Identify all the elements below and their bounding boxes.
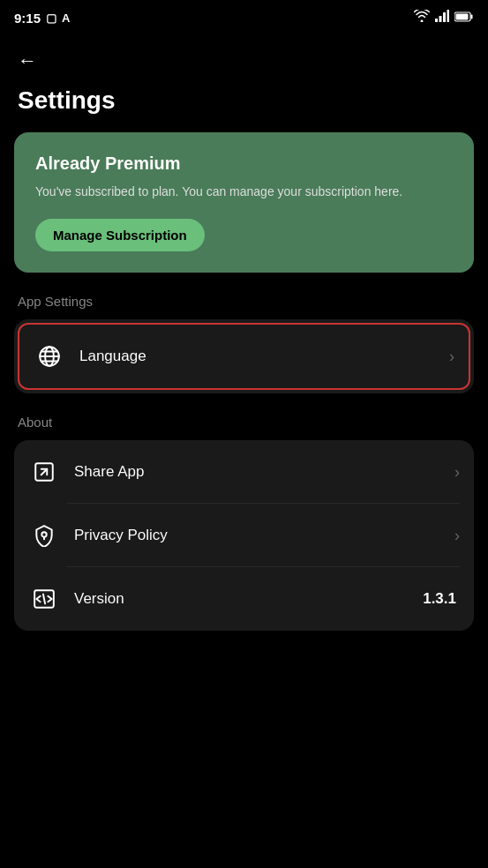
keyboard-icon: A [62,11,70,25]
back-button[interactable]: ← [0,35,488,79]
privacy-policy-item[interactable]: Privacy Policy › [14,504,474,567]
status-bar: 9:15 ▢ A [0,0,488,35]
time-display: 9:15 [14,11,41,26]
version-label: Version [74,590,423,608]
code-icon [28,583,60,615]
about-label: About [0,415,488,440]
language-label: Language [79,348,449,365]
app-settings-group: Language › [14,319,474,393]
svg-rect-0 [435,19,438,22]
globe-icon [34,340,65,372]
share-app-item[interactable]: Share App › [14,440,474,504]
status-time: 9:15 ▢ A [14,11,70,26]
back-arrow-icon: ← [18,49,37,71]
privacy-policy-chevron-icon: › [454,527,460,545]
share-app-label: Share App [74,463,454,481]
svg-rect-3 [447,10,450,22]
svg-line-17 [43,595,45,604]
premium-description: You've subscribed to plan. You can manag… [35,183,453,201]
language-chevron-icon: › [449,348,454,366]
privacy-policy-label: Privacy Policy [74,527,454,544]
svg-rect-6 [456,14,469,20]
about-group: Share App › Privacy Policy › Version 1.3… [14,440,474,631]
manage-subscription-button[interactable]: Manage Subscription [35,219,205,251]
share-icon [28,456,60,488]
battery-icon [454,10,474,26]
svg-rect-1 [439,16,442,22]
premium-title: Already Premium [35,153,453,174]
signal-icon [435,10,449,26]
premium-card: Already Premium You've subscribed to pla… [14,132,474,273]
app-settings-label: App Settings [0,294,488,319]
notification-icon: ▢ [46,11,56,25]
page-title: Settings [0,79,488,132]
svg-rect-2 [443,12,446,22]
share-app-chevron-icon: › [454,463,460,482]
svg-rect-5 [471,15,473,19]
language-item[interactable]: Language › [18,323,470,390]
version-value: 1.3.1 [423,590,456,608]
shield-icon [28,520,60,551]
status-icons [414,10,474,26]
wifi-icon [414,10,430,26]
version-item: Version 1.3.1 [14,567,474,631]
